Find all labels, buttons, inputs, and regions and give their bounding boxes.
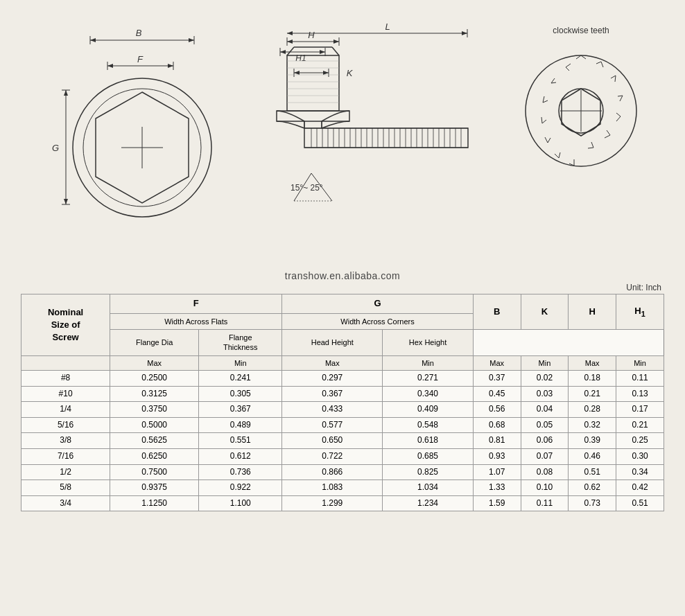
cell-value: 0.10 bbox=[521, 480, 569, 496]
svg-text:L: L bbox=[385, 21, 390, 32]
svg-line-110 bbox=[616, 113, 621, 116]
th-G-max: Max bbox=[282, 355, 383, 370]
cell-value: 1.1250 bbox=[110, 495, 199, 511]
svg-line-113 bbox=[588, 148, 593, 148]
cell-value: 0.548 bbox=[383, 417, 474, 433]
svg-marker-35 bbox=[280, 50, 286, 54]
table-row: 5/160.50000.4890.5770.5480.680.050.320.2… bbox=[21, 417, 664, 433]
cell-value: 0.73 bbox=[569, 495, 616, 511]
svg-line-47 bbox=[287, 47, 294, 55]
svg-marker-31 bbox=[462, 31, 467, 35]
table-header-top: NominalSize ofScrew F G B K H H1 bbox=[21, 294, 664, 314]
col-K-sub: FlangeThickness bbox=[199, 330, 282, 356]
th-nominal-empty bbox=[21, 355, 110, 370]
col-H1-sub: Hex Height bbox=[383, 330, 474, 356]
cell-value: 1.083 bbox=[282, 480, 383, 496]
svg-line-109 bbox=[616, 116, 621, 121]
cell-value: 0.577 bbox=[282, 417, 383, 433]
cell-value: 0.612 bbox=[199, 449, 282, 465]
cell-value: 0.11 bbox=[521, 495, 569, 511]
col-G-header: G bbox=[282, 294, 473, 314]
th-B-max: Max bbox=[473, 355, 521, 370]
svg-line-108 bbox=[618, 96, 623, 96]
cell-value: 0.42 bbox=[616, 480, 664, 496]
cell-value: 1.100 bbox=[199, 495, 282, 511]
cell-value: 1.234 bbox=[383, 495, 474, 511]
svg-line-107 bbox=[620, 96, 623, 101]
table-row: #100.31250.3050.3670.3400.450.030.210.13 bbox=[21, 386, 664, 402]
svg-marker-4 bbox=[90, 38, 96, 42]
cell-size: 3/4 bbox=[21, 495, 110, 511]
svg-text:H1: H1 bbox=[295, 53, 306, 63]
page: B F G bbox=[0, 0, 685, 525]
cell-value: 0.56 bbox=[473, 402, 521, 418]
cell-value: 0.489 bbox=[199, 417, 282, 433]
top-view-diagram: B F G bbox=[35, 21, 236, 256]
th-G-min: Min bbox=[383, 355, 474, 370]
cell-size: 1/2 bbox=[21, 464, 110, 480]
cell-value: 0.297 bbox=[282, 371, 383, 387]
cell-value: 0.37 bbox=[473, 371, 521, 387]
cell-value: 0.03 bbox=[521, 386, 569, 402]
cell-value: 0.271 bbox=[383, 371, 474, 387]
cell-value: 0.340 bbox=[383, 386, 474, 402]
svg-text:15°~ 25°: 15°~ 25° bbox=[291, 183, 323, 193]
col-K-header: K bbox=[521, 294, 569, 330]
cell-value: 0.68 bbox=[473, 417, 521, 433]
clockwise-label: clockwise teeth bbox=[553, 26, 609, 35]
unit-label: Unit: Inch bbox=[21, 283, 664, 292]
cell-value: 0.45 bbox=[473, 386, 521, 402]
cell-size: 1/4 bbox=[21, 402, 110, 418]
cell-value: 0.736 bbox=[199, 464, 282, 480]
cell-size: #8 bbox=[21, 371, 110, 387]
svg-line-112 bbox=[607, 130, 610, 135]
svg-marker-5 bbox=[189, 38, 194, 42]
cell-value: 0.2500 bbox=[110, 371, 199, 387]
cell-value: 0.21 bbox=[616, 417, 664, 433]
cell-value: 0.93 bbox=[473, 449, 521, 465]
cell-value: 0.28 bbox=[569, 402, 616, 418]
cell-value: 0.367 bbox=[282, 386, 383, 402]
cell-value: 0.51 bbox=[569, 464, 616, 480]
svg-marker-24 bbox=[287, 39, 293, 44]
svg-line-114 bbox=[591, 142, 593, 148]
svg-line-120 bbox=[548, 138, 550, 143]
svg-line-106 bbox=[611, 76, 616, 78]
svg-line-123 bbox=[543, 96, 544, 103]
side-view-diagram: H L H1 K bbox=[249, 21, 498, 256]
col-F-header: F bbox=[110, 294, 282, 314]
table-row: 5/80.93750.9221.0831.0341.330.100.620.42 bbox=[21, 480, 664, 496]
table-header-maxmin: Max Min Max Min Max Min Max Min bbox=[21, 355, 664, 370]
svg-line-118 bbox=[559, 152, 560, 158]
spec-table: NominalSize ofScrew F G B K H H1 Width A… bbox=[21, 294, 664, 511]
cell-value: 0.685 bbox=[383, 449, 474, 465]
svg-line-127 bbox=[566, 64, 571, 67]
cell-value: 1.59 bbox=[473, 495, 521, 511]
cell-value: 0.650 bbox=[282, 433, 383, 449]
svg-marker-44 bbox=[294, 71, 300, 75]
cell-size: 5/8 bbox=[21, 480, 110, 496]
cell-value: 0.367 bbox=[199, 402, 282, 418]
th-K-min: Min bbox=[521, 355, 569, 370]
cell-size: #10 bbox=[21, 386, 110, 402]
table-header-sub2: Flange Dia FlangeThickness Head Height H… bbox=[21, 330, 664, 356]
svg-line-105 bbox=[615, 76, 616, 82]
cell-value: 0.30 bbox=[616, 449, 664, 465]
svg-text:B: B bbox=[136, 28, 142, 38]
svg-text:F: F bbox=[137, 54, 144, 64]
th-H1-min: Min bbox=[616, 355, 664, 370]
F-sub-header: Width Across Flats bbox=[110, 313, 282, 329]
svg-line-111 bbox=[605, 135, 610, 138]
svg-text:G: G bbox=[52, 143, 59, 153]
svg-marker-30 bbox=[287, 31, 293, 35]
cell-value: 0.05 bbox=[521, 417, 569, 433]
cell-value: 1.33 bbox=[473, 480, 521, 496]
cell-value: 0.5625 bbox=[110, 433, 199, 449]
cell-value: 0.46 bbox=[569, 449, 616, 465]
svg-marker-10 bbox=[107, 64, 113, 68]
col-B-sub: Flange Dia bbox=[110, 330, 199, 356]
cell-value: 0.922 bbox=[199, 480, 282, 496]
cell-value: 0.722 bbox=[282, 449, 383, 465]
cell-value: 0.866 bbox=[282, 464, 383, 480]
cell-size: 5/16 bbox=[21, 417, 110, 433]
